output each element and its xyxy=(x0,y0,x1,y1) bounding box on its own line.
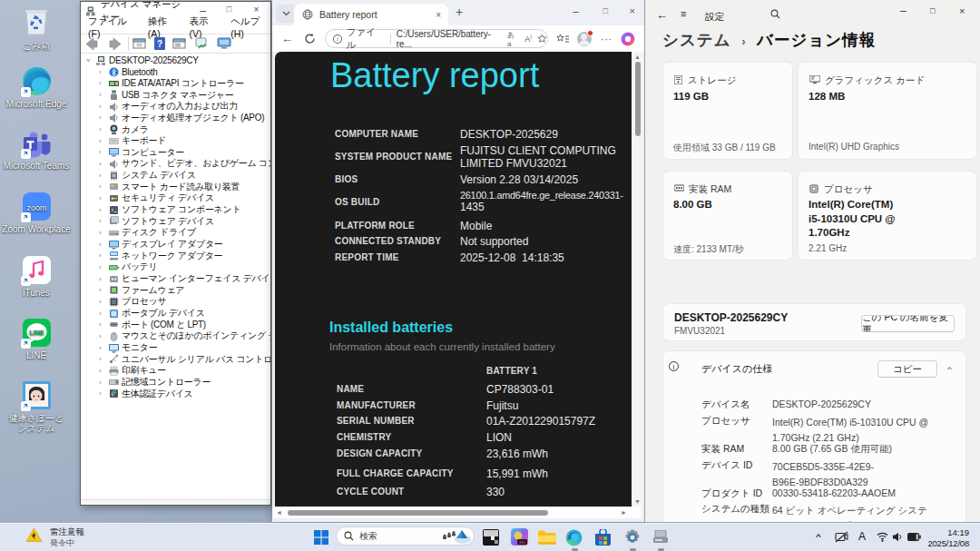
svg-text:LINE: LINE xyxy=(29,330,44,336)
svg-text:?: ? xyxy=(157,39,162,49)
svg-text:zoom: zoom xyxy=(26,203,46,212)
svg-text:Hi5: Hi5 xyxy=(519,540,525,545)
